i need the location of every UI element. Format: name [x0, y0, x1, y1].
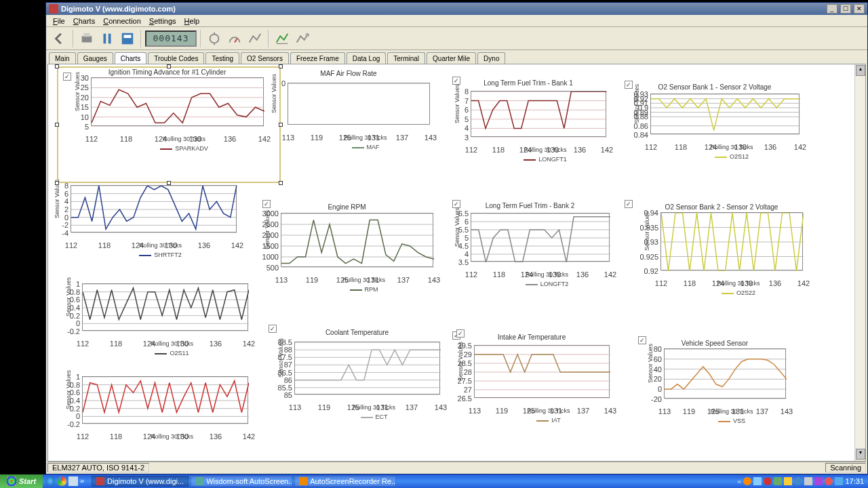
maximize-button[interactable]: ☐ [840, 4, 851, 14]
save-block-button[interactable] [118, 29, 137, 48]
tab-trouble-codes[interactable]: Trouble Codes [148, 52, 204, 64]
svg-rect-5 [124, 35, 132, 38]
toolbar: 000143 [46, 27, 867, 50]
chart-legend: ECT [294, 413, 454, 420]
chart-o2s11b: -0.200.20.40.60.81112118124130136142Sens… [48, 376, 262, 440]
start-button[interactable]: Start [0, 474, 43, 488]
tray-icon[interactable] [835, 477, 843, 485]
x-axis-label: Rolling 30 Ticks [71, 242, 250, 249]
system-tray[interactable]: « 17:31 [733, 477, 868, 485]
chart-area: Ignition Timing Advance for #1 Cylinder5… [47, 64, 866, 462]
chart-ect: Coolant Temperature8585.58686.58787.5888… [260, 329, 454, 420]
chart-title: Ignition Timing Advance for #1 Cylinder [57, 68, 277, 76]
ql-more-icon[interactable]: » [80, 476, 90, 486]
x-axis-label: Rolling 30 Ticks [82, 340, 262, 347]
tab-data-log[interactable]: Data Log [347, 52, 387, 64]
tray-icon[interactable] [774, 477, 782, 485]
chart-legend: O2S11 [82, 350, 262, 357]
chart-checkbox[interactable]: ✓ [269, 325, 277, 333]
selection-handle[interactable] [279, 181, 283, 185]
tray-icon[interactable] [743, 477, 751, 485]
svg-line-7 [235, 39, 237, 43]
x-axis-label: Rolling 30 Ticks [82, 433, 262, 440]
tab-o2-sensors[interactable]: O2 Sensors [241, 52, 289, 64]
tray-icon[interactable] [794, 477, 802, 485]
selection-handle[interactable] [279, 64, 283, 68]
chart-legend: LONGFT2 [471, 281, 623, 287]
tool-chart2-button[interactable] [273, 29, 292, 48]
tab-quarter-mile[interactable]: Quarter Mile [427, 52, 476, 64]
menu-settings[interactable]: Settings [145, 17, 180, 25]
tray-icon[interactable] [753, 477, 762, 485]
chart-title: Long Term Fuel Trim - Bank 1 [437, 79, 620, 87]
tab-main[interactable]: Main [49, 52, 76, 64]
tab-testing[interactable]: Testing [205, 52, 239, 64]
tab-charts[interactable]: Charts [115, 52, 146, 64]
back-button[interactable] [50, 29, 69, 48]
menu-connection[interactable]: Connection [99, 17, 145, 25]
scroll-down-button[interactable]: ▾ [856, 449, 865, 460]
tray-icon[interactable] [784, 477, 792, 485]
timer-display: 000143 [145, 30, 197, 47]
minimize-button[interactable]: _ [827, 4, 837, 14]
vertical-scrollbar[interactable]: ▴ ▾ [854, 64, 865, 461]
menu-charts[interactable]: Charts [69, 17, 99, 25]
ql-ie-icon[interactable] [45, 476, 55, 486]
svg-rect-2 [104, 33, 106, 43]
chart-maf: MAF Air Flow Rate0113119125131137143Sens… [254, 70, 443, 150]
svg-rect-0 [82, 36, 92, 42]
clock[interactable]: 17:31 [845, 477, 864, 485]
tray-icon[interactable] [804, 477, 812, 485]
taskbar-task[interactable]: Wisdom-soft AutoScreen... [191, 476, 292, 487]
y-axis-label: Sensor Values [277, 338, 284, 378]
tab-terminal[interactable]: Terminal [387, 52, 425, 64]
y-axis-label: Sensor Values [633, 84, 640, 123]
scroll-up-button[interactable]: ▴ [856, 65, 865, 76]
window-title: Digimoto V (www.digimoto.com) [61, 5, 826, 13]
menu-help[interactable]: Help [180, 17, 204, 25]
tool-gauge-button[interactable] [225, 29, 244, 48]
print-button[interactable] [77, 29, 96, 48]
tray-icon[interactable] [814, 477, 823, 485]
tray-icon[interactable] [764, 477, 772, 485]
main-window: Digimoto V (www.digimoto.com) _ ☐ ✕ File… [45, 2, 868, 474]
tray-icon[interactable] [825, 477, 833, 485]
y-axis-label: Sensor Values [264, 210, 271, 249]
svg-rect-3 [108, 33, 111, 43]
ql-chrome-icon[interactable] [57, 476, 66, 486]
chart-o2s11: -0.200.20.40.60.81112118124130136142Sens… [48, 283, 262, 357]
y-axis-label: Sensor Values [644, 211, 650, 251]
y-axis-label: Sensor Values [271, 74, 277, 113]
x-axis-label: Rolling 30 Ticks [91, 136, 277, 142]
ql-desktop-icon[interactable] [68, 476, 78, 486]
chart-title: MAF Air Flow Rate [254, 70, 443, 77]
svg-rect-4 [122, 33, 134, 44]
chart-o2s12: O2 Sensor Bank 1 - Sensor 2 Voltage0.840… [616, 83, 813, 160]
chart-legend: SPARKADV [91, 145, 277, 152]
svg-rect-1 [83, 33, 90, 37]
titlebar[interactable]: Digimoto V (www.digimoto.com) _ ☐ ✕ [46, 3, 867, 15]
pause-button[interactable] [98, 29, 117, 48]
menu-file[interactable]: File [49, 17, 69, 25]
chart-iat: Intake Air Temperature26.52727.52828.529… [440, 333, 623, 424]
tool-plug-button[interactable] [205, 29, 224, 48]
tool-chart3-button[interactable] [293, 29, 312, 48]
chart-legend: SHRTFT2 [71, 251, 250, 258]
chart-checkbox[interactable]: ✓ [456, 329, 465, 338]
chart-legend: O2S22 [660, 289, 816, 296]
tab-freeze-frame[interactable]: Freeze Frame [290, 52, 345, 64]
close-button[interactable]: ✕ [854, 4, 865, 14]
tool-chart-button[interactable] [245, 29, 264, 48]
chart-o2s22: O2 Sensor Bank 2 - Sensor 2 Voltage0.920… [627, 203, 816, 296]
tab-dyno[interactable]: Dyno [477, 52, 505, 64]
chart-sparkadv: Ignition Timing Advance for #1 Cylinder5… [57, 68, 277, 152]
tab-gauges[interactable]: Gauges [77, 52, 113, 64]
chart-checkbox[interactable]: ✓ [63, 73, 71, 81]
statusbar: ELM327 AUTO, ISO 9141-2 Scanning [47, 462, 866, 472]
taskbar-task[interactable]: Digimoto V (www.digi... [92, 476, 189, 487]
y-axis-label: Sensor Values [65, 370, 72, 409]
chart-legend: O2S12 [650, 153, 813, 160]
y-axis-label: Sensor Values [647, 344, 654, 383]
chart-legend: VSS [664, 418, 800, 424]
taskbar-task[interactable]: AutoScreenRecorder Re... [294, 476, 396, 487]
